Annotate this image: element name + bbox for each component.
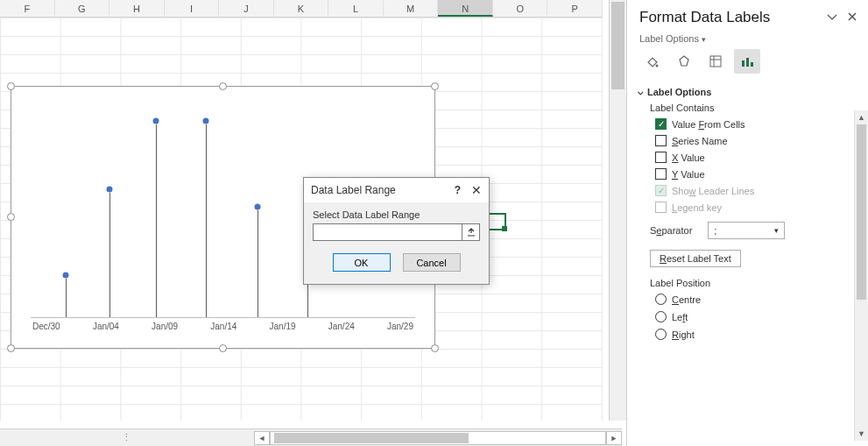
chart-tick-label: Jan/09 [152, 322, 178, 331]
chart-resize-handle[interactable] [431, 344, 439, 352]
separator-select[interactable]: ; ▾ [708, 222, 785, 239]
checkbox-series-name[interactable]: Series Name [655, 135, 857, 146]
col-header[interactable]: F [0, 0, 55, 17]
pane-scrollbar[interactable]: ▲ ▼ [854, 110, 868, 441]
col-header[interactable]: J [219, 0, 274, 17]
svg-marker-1 [680, 56, 688, 66]
chart-tick-label: Jan/04 [93, 322, 119, 331]
checkbox-leader-lines: ✓ Show Leader Lines [655, 185, 857, 196]
checkbox-y-value[interactable]: Y Value [655, 168, 857, 180]
option-label: Left [672, 312, 688, 322]
ok-button[interactable]: OK [333, 253, 391, 272]
scroll-thumb[interactable] [274, 433, 469, 443]
col-header[interactable]: K [274, 0, 329, 17]
svg-rect-5 [751, 62, 753, 67]
fill-handle[interactable] [502, 226, 507, 231]
chart-tick-label: Jan/14 [210, 322, 236, 331]
scroll-track[interactable] [270, 431, 606, 445]
scroll-down-icon[interactable]: ▼ [855, 427, 868, 441]
chart-data-point[interactable] [62, 273, 68, 279]
chevron-down-icon: ⌵ [638, 86, 644, 97]
label-position-header: Label Position [650, 278, 857, 288]
section-label-options[interactable]: ⌵ Label Options [638, 86, 857, 97]
chart-x-axis-labels: Dec/30 Jan/04 Jan/09 Jan/14 Jan/19 Jan/2… [31, 322, 415, 331]
pane-options-icon[interactable] [826, 11, 838, 25]
checkbox-icon [655, 135, 667, 146]
scroll-up-icon[interactable]: ▲ [855, 110, 868, 124]
chart-stem[interactable] [109, 193, 110, 317]
pane-subtitle[interactable]: Label Options ▾ [639, 33, 857, 44]
svg-rect-4 [746, 58, 749, 67]
close-icon[interactable] [847, 11, 857, 25]
svg-rect-3 [742, 60, 745, 67]
svg-rect-2 [710, 56, 721, 67]
col-header[interactable]: H [109, 0, 165, 17]
col-header[interactable]: O [493, 0, 548, 17]
pane-category-tabs [639, 49, 857, 74]
option-label: X Value [672, 152, 705, 163]
col-header[interactable]: M [384, 0, 439, 17]
chart-stem[interactable] [258, 210, 258, 317]
effects-icon[interactable] [671, 49, 697, 74]
checkbox-icon [655, 202, 667, 213]
checkbox-icon: ✓ [655, 185, 667, 196]
range-input[interactable] [313, 223, 462, 241]
chart-resize-handle[interactable] [431, 82, 439, 90]
label-options-icon[interactable] [734, 49, 760, 74]
radio-icon [655, 311, 667, 322]
option-label: Series Name [672, 136, 728, 146]
chart-data-point[interactable] [152, 118, 159, 124]
col-header[interactable]: P [547, 0, 603, 17]
radio-left[interactable]: Left [655, 311, 857, 322]
scroll-left-button[interactable]: ◄ [254, 431, 270, 445]
option-label: Legend key [672, 202, 722, 213]
chart-stem[interactable] [206, 124, 207, 317]
separator-label: Separator [650, 225, 692, 236]
close-icon[interactable]: ✕ [471, 183, 482, 197]
scroll-right-button[interactable]: ► [606, 431, 622, 445]
chart-stem[interactable] [66, 279, 67, 317]
col-header[interactable]: G [55, 0, 110, 17]
fill-line-icon[interactable] [639, 49, 666, 74]
collapse-dialog-icon[interactable] [462, 223, 480, 241]
chart-tick-label: Jan/19 [270, 322, 296, 331]
option-label: Centre [672, 294, 701, 305]
chart-resize-handle[interactable] [219, 344, 227, 352]
chart-data-point[interactable] [202, 118, 208, 124]
help-icon[interactable]: ? [455, 184, 461, 196]
radio-centre[interactable]: Centre [655, 294, 857, 305]
sheet-tab-area[interactable]: ⋮ [0, 432, 254, 443]
reset-label-text-button[interactable]: Reset Label Text [650, 250, 741, 267]
size-properties-icon[interactable] [702, 49, 729, 74]
svg-point-0 [656, 65, 659, 67]
cancel-button[interactable]: Cancel [403, 253, 461, 272]
scroll-thumb[interactable] [857, 124, 866, 300]
dialog-titlebar[interactable]: Data Label Range ? ✕ [304, 178, 489, 202]
chevron-down-icon: ▾ [774, 226, 779, 235]
checkbox-icon [655, 168, 667, 180]
chart-data-point[interactable] [255, 204, 261, 210]
checkbox-x-value[interactable]: X Value [655, 152, 857, 163]
radio-icon [655, 294, 667, 305]
label-contains-header: Label Contains [650, 103, 857, 113]
column-headers: F G H I J K L M N O P [0, 0, 603, 18]
chart-stem[interactable] [156, 124, 157, 317]
chart-tick-label: Jan/24 [328, 322, 355, 331]
checkbox-legend-key: Legend key [655, 202, 857, 213]
chart-resize-handle[interactable] [219, 82, 227, 90]
radio-icon [655, 329, 667, 340]
chart-resize-handle[interactable] [7, 213, 15, 221]
scroll-thumb[interactable] [611, 2, 625, 89]
vertical-scrollbar[interactable] [609, 0, 626, 421]
option-label: Show Leader Lines [672, 186, 754, 196]
col-header[interactable]: L [328, 0, 384, 17]
radio-right[interactable]: Right [655, 329, 857, 340]
chart-resize-handle[interactable] [7, 344, 15, 352]
col-header[interactable]: I [165, 0, 220, 17]
col-header-selected[interactable]: N [438, 0, 493, 17]
chart-resize-handle[interactable] [7, 82, 15, 90]
pane-title: Format Data Labels [639, 9, 770, 26]
checkbox-value-from-cells[interactable]: ✓ Value From Cells [655, 118, 857, 130]
chart-data-point[interactable] [106, 187, 112, 193]
dialog-field-label: Select Data Label Range [313, 209, 480, 220]
